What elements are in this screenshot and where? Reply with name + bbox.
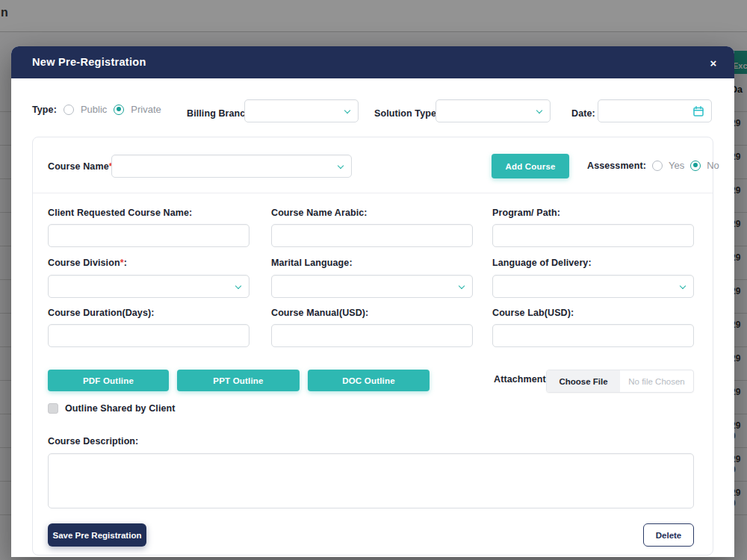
- billing-branch-select[interactable]: [244, 99, 359, 122]
- ppt-outline-button[interactable]: PPT Outline: [177, 370, 300, 391]
- assessment-radio-group: Assessment: Yes No: [587, 160, 719, 171]
- program-path-label: Program/ Path:: [492, 208, 560, 218]
- course-description-label: Course Description:: [48, 436, 138, 447]
- course-name-label: Course Name*:: [48, 161, 116, 172]
- course-division-select[interactable]: [48, 275, 249, 298]
- radio-public-label[interactable]: Public: [81, 104, 107, 115]
- language-of-delivery-select[interactable]: [492, 275, 694, 298]
- course-lab-input[interactable]: [492, 324, 694, 347]
- radio-yes-label[interactable]: Yes: [669, 160, 684, 171]
- marital-language-select[interactable]: [271, 275, 473, 298]
- date-label: Date:: [571, 108, 595, 119]
- close-icon[interactable]: ×: [704, 54, 722, 72]
- marital-language-label: Marital Language:: [271, 258, 353, 268]
- card-divider: [33, 193, 713, 193]
- add-course-button[interactable]: Add Course: [492, 154, 569, 178]
- doc-outline-button[interactable]: DOC Outline: [308, 370, 430, 391]
- course-manual-input[interactable]: [271, 324, 473, 347]
- type-radio-group: Type: Public Private: [32, 104, 161, 115]
- chevron-down-icon: [680, 283, 686, 289]
- course-description-textarea[interactable]: [48, 453, 694, 508]
- course-lab-label: Course Lab(USD):: [492, 308, 574, 318]
- date-input[interactable]: [598, 99, 712, 122]
- chevron-down-icon: [235, 283, 241, 289]
- pdf-outline-button[interactable]: PDF Outline: [48, 370, 169, 391]
- outline-shared-label: Outline Shared by Client: [65, 403, 176, 414]
- language-of-delivery-label: Language of Delivery:: [492, 258, 592, 268]
- client-requested-course-name-input[interactable]: [48, 224, 249, 247]
- radio-private-label[interactable]: Private: [131, 104, 161, 115]
- course-name-select[interactable]: [111, 155, 352, 178]
- no-file-chosen-text: No file Chosen: [620, 370, 693, 392]
- outline-shared-checkbox[interactable]: [48, 403, 58, 414]
- radio-assessment-no[interactable]: [690, 161, 701, 171]
- chevron-down-icon: [459, 283, 465, 289]
- course-name-arabic-label: Course Name Arabic:: [271, 208, 368, 218]
- program-path-input[interactable]: [492, 224, 694, 247]
- choose-file-button[interactable]: Choose File: [547, 370, 620, 392]
- save-pre-registration-button[interactable]: Save Pre Registration: [48, 523, 146, 547]
- solution-type-select[interactable]: [436, 99, 551, 122]
- new-pre-registration-modal: New Pre-Registration × Type: Public Priv…: [11, 46, 734, 557]
- course-manual-label: Course Manual(USD):: [271, 308, 368, 318]
- course-card: Course Name*: Add Course Assessment: Yes…: [32, 137, 713, 556]
- course-name-arabic-input[interactable]: [271, 224, 473, 247]
- radio-no-label[interactable]: No: [707, 160, 719, 171]
- course-duration-label: Course Duration(Days):: [48, 308, 155, 318]
- type-label: Type:: [32, 105, 57, 115]
- client-requested-course-name-label: Client Requested Course Name:: [48, 208, 192, 218]
- outline-shared-row: Outline Shared by Client: [48, 403, 176, 414]
- solution-type-label: Solution Type:: [374, 108, 439, 119]
- chevron-down-icon: [344, 108, 350, 113]
- modal-title: New Pre-Registration: [32, 56, 146, 68]
- radio-private[interactable]: [114, 105, 124, 115]
- assessment-label: Assessment:: [587, 161, 646, 171]
- radio-assessment-yes[interactable]: [652, 161, 663, 171]
- chevron-down-icon: [536, 108, 542, 113]
- modal-header: New Pre-Registration ×: [11, 46, 734, 78]
- calendar-icon[interactable]: [692, 105, 704, 117]
- course-duration-input[interactable]: [48, 324, 249, 347]
- radio-public[interactable]: [63, 105, 74, 115]
- delete-button[interactable]: Delete: [643, 523, 694, 547]
- file-upload-control[interactable]: Choose File No file Chosen: [546, 370, 694, 393]
- course-division-label: Course Division*:: [48, 258, 127, 268]
- chevron-down-icon: [338, 163, 344, 169]
- attachment-label: Attachment:: [494, 374, 549, 385]
